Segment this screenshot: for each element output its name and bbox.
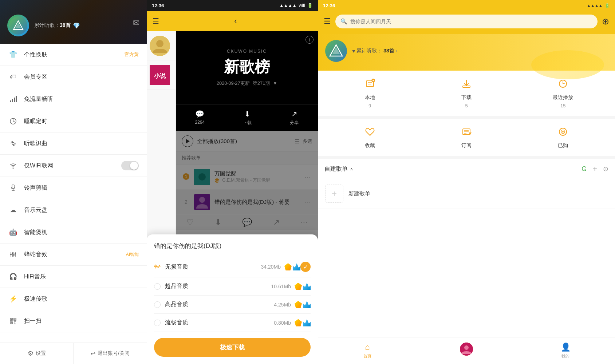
ringtone-icon [8, 183, 18, 193]
arrow-p3: › [396, 48, 397, 54]
new-playlist-item[interactable]: + 新建歌单 [318, 179, 615, 209]
quality-name-lossless: 无损音质 [165, 263, 261, 271]
topbar-p3: ☰ 🔍 ⊕ [318, 11, 615, 34]
quality-item-lossless[interactable]: 无损音质 34.20Mb ✓ [154, 257, 311, 277]
settings-button[interactable]: ⚙ 设置 [0, 343, 74, 364]
chart-main: CKUWO MUSIC 新歌榜 2020·09·27更新 第271期 ▼ i 💬… [176, 31, 318, 364]
back-icon-p2[interactable]: ‹ [234, 16, 237, 26]
local-icon [364, 78, 376, 92]
menu-icon-p2[interactable]: ☰ [153, 17, 159, 25]
download-count: 5 [465, 103, 468, 108]
chart-subtitle: 2020·09·27更新 第271期 ▼ [217, 80, 277, 87]
menu-item-robot[interactable]: 🤖 智能煲机 [0, 221, 147, 244]
quality-badges-smooth [295, 319, 311, 327]
menu-item-identify[interactable]: 听歌识曲 [0, 132, 147, 155]
add-icon-p3[interactable]: ⊕ [602, 16, 609, 27]
sleep-icon [8, 116, 18, 126]
chart-issue: 第271期 [253, 80, 270, 87]
playlist-title-text: 自建歌单 [324, 165, 348, 173]
playlist-chevron-icon: ∧ [350, 166, 353, 171]
menu-item-ringtone[interactable]: 铃声剪辑 [0, 177, 147, 199]
mail-icon[interactable]: ✉ [133, 18, 139, 28]
nav-singer[interactable]: 歌手 [147, 31, 176, 60]
menu-item-hifi[interactable]: 🎧 HiFi音乐 [0, 266, 147, 288]
add-playlist-icon[interactable]: + [592, 164, 597, 174]
menu-label-transfer: 极速传歌 [24, 295, 139, 303]
avatar[interactable] [7, 15, 29, 36]
status-icons-p3: ▲▲▲▲ 🔋 [587, 3, 610, 8]
member-icon: 🏷 [8, 72, 18, 82]
wifi-toggle[interactable] [121, 161, 139, 170]
info-icon[interactable]: i [305, 36, 314, 44]
avatar-p3[interactable] [325, 40, 347, 62]
share-action[interactable]: ↗ 分享 [290, 110, 299, 126]
menu-item-vip[interactable]: 🏷 会员专区 [0, 66, 147, 88]
svg-rect-2 [10, 100, 11, 102]
stat-recent[interactable]: 最近播放 15 [515, 78, 611, 108]
panel3-my-music: 12:36 ▲▲▲▲ 🔋 ☰ 🔍 ⊕ ♥ 累计听歌： 38首 › [318, 0, 615, 364]
bg-decoration-p3 [531, 50, 604, 79]
quality-badges-high [295, 301, 311, 308]
menu-item-sleep[interactable]: 睡眠定时 [0, 110, 147, 132]
menu-label-vip: 会员专区 [24, 73, 139, 81]
signal-icon-p3: ▲▲▲▲ [587, 3, 603, 8]
download-action[interactable]: ⬇ 下载 [243, 110, 252, 126]
recent-count: 15 [560, 103, 565, 108]
nav-home[interactable]: ⌂ 首页 [318, 340, 417, 361]
svg-point-34 [156, 40, 163, 47]
chart-dropdown-icon[interactable]: ▼ [273, 81, 277, 86]
quality-item-super[interactable]: 超品音质 10.61Mb [154, 277, 311, 296]
playlist-section-actions: G + ⊙ [582, 164, 608, 174]
menu-item-flow[interactable]: 免流量畅听 [0, 88, 147, 110]
quality-size-smooth: 0.80Mb [274, 320, 291, 326]
diamond-badge [284, 263, 292, 270]
svg-rect-20 [10, 254, 12, 255]
stat-local[interactable]: 本地 9 [322, 78, 418, 108]
profile-label: 我的 [561, 353, 569, 359]
topbar-p2: ☰ ‹ [147, 11, 318, 31]
comment-action[interactable]: 💬 2294 [195, 110, 205, 126]
hifi-icon: 🎧 [8, 272, 18, 282]
stat-subscribe[interactable]: 订阅 [418, 126, 515, 149]
stat-purchased[interactable]: 已购 [515, 126, 611, 149]
quality-item-smooth[interactable]: 流畅音质 0.80Mb [154, 314, 311, 332]
svg-point-9 [12, 142, 14, 145]
user-info: 累计听歌：38首 💎 [34, 22, 80, 29]
local-label: 本地 [365, 94, 375, 101]
stat-download[interactable]: 下载 5 [418, 78, 515, 108]
nav-profile[interactable]: 👤 我的 [516, 340, 615, 361]
time-p2: 12:36 [152, 3, 164, 8]
menu-item-cloud[interactable]: ☁ 音乐云盘 [0, 199, 147, 221]
download-popup: 错的是你伤的是我(DJ版) 无损音质 34.20Mb ✓ [147, 234, 318, 364]
now-playing-thumb[interactable] [460, 343, 473, 356]
menu-item-wifi[interactable]: 仅WiFi联网 [0, 155, 147, 177]
listen-prefix-p3: 累计听歌： [356, 48, 382, 54]
crown-badge-smooth [303, 319, 311, 327]
listen-count-label: 累计听歌：38首 [34, 22, 71, 29]
fast-download-button[interactable]: 极速下载 [154, 338, 311, 357]
google-icon[interactable]: G [582, 165, 587, 173]
menu-item-equalizer[interactable]: 蜂蛇音效 AI智能 [0, 244, 147, 266]
menu-item-transfer[interactable]: ⚡ 极速传歌 [0, 288, 147, 310]
nav-my[interactable] [417, 340, 516, 361]
sidebar-footer: ⚙ 设置 ↩ 退出账号/关闭 [0, 343, 147, 364]
settings-playlist-icon[interactable]: ⊙ [603, 165, 608, 173]
logout-button[interactable]: ↩ 退出账号/关闭 [74, 343, 147, 364]
menu-badge-skin: 官方黄 [125, 51, 139, 58]
svg-rect-3 [12, 99, 13, 102]
user-info-p3: ♥ 累计听歌： 38首 › [352, 48, 397, 54]
stat-collect[interactable]: 收藏 [322, 126, 418, 149]
playlist-section-header: 自建歌单 ∧ G + ⊙ [318, 159, 615, 179]
quality-badges-lossless [284, 263, 300, 270]
subscribe-label: 订阅 [461, 142, 472, 149]
status-icons-p2: ▲▲▲▲ wifi 🔋 [279, 3, 313, 8]
quality-item-high[interactable]: 高品音质 4.25Mb [154, 296, 311, 314]
nav-novel[interactable]: 小说 小说 [147, 60, 176, 90]
search-icon-p3: 🔍 [340, 18, 347, 25]
subscribe-icon [461, 126, 472, 140]
menu-item-scan[interactable]: 扫一扫 [0, 310, 147, 332]
search-input[interactable] [350, 19, 592, 24]
menu-item-skin[interactable]: 👕 个性换肤 官方黄 [0, 44, 147, 66]
search-bar[interactable]: 🔍 [335, 15, 598, 28]
menu-icon-p3[interactable]: ☰ [324, 17, 331, 26]
